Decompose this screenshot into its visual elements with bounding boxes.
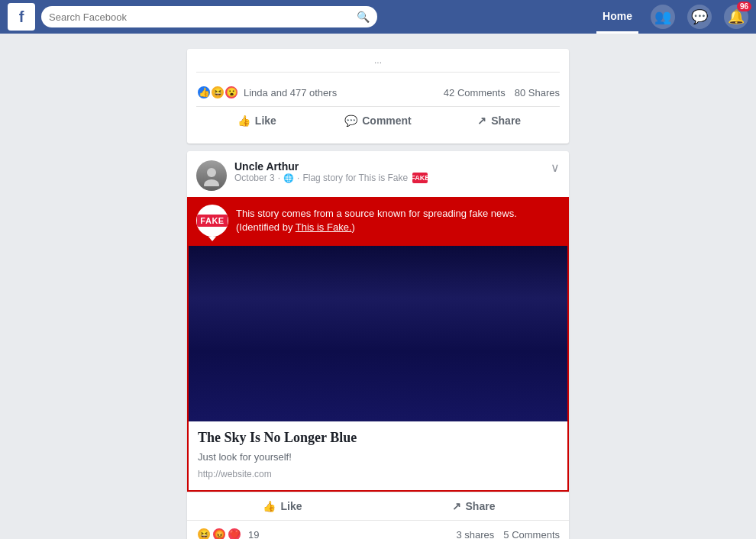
like-label: Like (255, 115, 276, 127)
search-bar[interactable]: 🔍 (41, 6, 377, 27)
post-reactions-row: 😆 😡 ❤️ 19 3 shares 5 Comments (187, 520, 569, 539)
speech-tail (208, 237, 216, 241)
post-author[interactable]: Uncle Arthur (234, 160, 560, 173)
like-icon-2: 👍 (263, 500, 276, 512)
reactions-left: 👍 😆 😮 Linda and 477 others (196, 85, 337, 100)
navbar: f 🔍 Home 👥 💬 🔔 96 (0, 0, 756, 34)
article-title: The Sky Is No Longer Blue (198, 429, 558, 447)
news-feed: ... 👍 😆 😮 Linda and 477 others 42 Commen… (187, 49, 569, 539)
fake-banner-identified: (Identified by (236, 221, 296, 233)
share-icon: ↗ (477, 115, 486, 127)
privacy-dot2: · (297, 173, 299, 183)
shares-count-bottom: 3 shares (456, 529, 494, 539)
fake-inline-badge: FAKE (412, 173, 428, 183)
prev-post-partial-text: ... (196, 49, 560, 73)
haha-emoji-2: 😆 (196, 527, 212, 539)
flag-story[interactable]: Flag story for This is Fake (302, 173, 408, 183)
fake-banner-close-paren: ) (352, 221, 355, 233)
svg-point-1 (204, 179, 219, 186)
like-label-2: Like (280, 500, 302, 512)
shares-comments-bottom: 3 shares 5 Comments (456, 529, 560, 539)
comments-shares: 42 Comments 80 Shares (444, 87, 560, 98)
share-label-2: Share (466, 500, 496, 512)
fake-badge-large: FAKE (196, 205, 228, 237)
messages-button[interactable]: 💬 (687, 5, 712, 29)
home-nav-item[interactable]: Home (596, 0, 638, 34)
share-button[interactable]: ↗ Share (438, 110, 560, 131)
comments-count-bottom: 5 Comments (503, 529, 560, 539)
post-subtitle: October 3 · 🌐 · Flag story for This is F… (234, 173, 560, 183)
uncle-arthur-post-card: Uncle Arthur October 3 · 🌐 · Flag story … (187, 151, 569, 539)
notification-badge: 96 (737, 2, 751, 11)
search-icon: 🔍 (357, 11, 370, 23)
friends-requests-button[interactable]: 👥 (651, 5, 675, 29)
avatar-image (196, 160, 227, 191)
nav-right: Home 👥 💬 🔔 96 (596, 0, 748, 34)
article-text-area: The Sky Is No Longer Blue Just look for … (189, 421, 567, 490)
comment-label: Comment (362, 115, 412, 127)
share-label: Share (491, 115, 521, 127)
post-date: October 3 (234, 173, 275, 183)
like-emoji: 👍 (196, 85, 212, 100)
notifications-button[interactable]: 🔔 96 (724, 5, 748, 29)
post-options-button[interactable]: ∨ (551, 160, 560, 175)
post-header: Uncle Arthur October 3 · 🌐 · Flag story … (187, 151, 569, 197)
fake-banner-text: This story comes from a source known for… (236, 207, 517, 234)
reaction-emojis: 👍 😆 😮 (196, 85, 239, 100)
angry-emoji: 😡 (212, 527, 227, 539)
post-card-prev: ... 👍 😆 😮 Linda and 477 others 42 Commen… (187, 49, 569, 144)
action-bar: 👍 Like 💬 Comment ↗ Share (196, 106, 560, 134)
article-like-button[interactable]: 👍 Like (187, 495, 378, 517)
article-share-button[interactable]: ↗ Share (378, 495, 569, 517)
friends-icon: 👥 (654, 8, 671, 25)
fake-news-banner: FAKE This story comes from a source know… (187, 197, 569, 244)
fake-badge-label: FAKE (197, 215, 227, 227)
main-content: ... 👍 😆 😮 Linda and 477 others 42 Commen… (0, 41, 756, 539)
like-button[interactable]: 👍 Like (196, 110, 318, 131)
messages-icon: 💬 (691, 8, 708, 25)
svg-point-0 (207, 168, 216, 177)
avatar (196, 160, 227, 191)
post-meta: Uncle Arthur October 3 · 🌐 · Flag story … (234, 160, 560, 183)
article-image (189, 246, 567, 421)
comment-icon: 💬 (344, 115, 357, 127)
shares-count: 80 Shares (515, 87, 560, 98)
search-input[interactable] (49, 11, 357, 23)
reactions-bottom: 😆 😡 ❤️ 19 (196, 527, 259, 539)
share-icon-2: ↗ (452, 500, 461, 512)
love-emoji: 😮 (224, 85, 239, 100)
haha-emoji: 😆 (210, 85, 225, 100)
like-icon: 👍 (237, 115, 250, 127)
fake-banner-message: This story comes from a source known for… (236, 208, 517, 219)
privacy-dot: · (278, 173, 280, 183)
globe-icon: 🌐 (283, 173, 294, 183)
reactions-text: Linda and 477 others (244, 87, 337, 98)
facebook-logo[interactable]: f (8, 3, 35, 31)
article-url: http://website.com (198, 469, 558, 479)
article-preview[interactable]: The Sky Is No Longer Blue Just look for … (187, 244, 569, 492)
reactions-row: 👍 😆 😮 Linda and 477 others 42 Comments 8… (196, 79, 560, 106)
article-image-container (189, 246, 567, 421)
heart-emoji: ❤️ (227, 527, 242, 539)
post-actions-bar: 👍 Like ↗ Share (187, 492, 569, 520)
reactions-count: 19 (248, 529, 259, 539)
user-silhouette (201, 165, 222, 186)
comment-button[interactable]: 💬 Comment (318, 110, 439, 131)
article-description: Just look for yourself! (198, 451, 558, 463)
prev-post-body: ... 👍 😆 😮 Linda and 477 others 42 Commen… (187, 49, 569, 144)
fake-banner-link[interactable]: This is Fake. (296, 221, 352, 233)
comments-count: 42 Comments (444, 87, 506, 98)
